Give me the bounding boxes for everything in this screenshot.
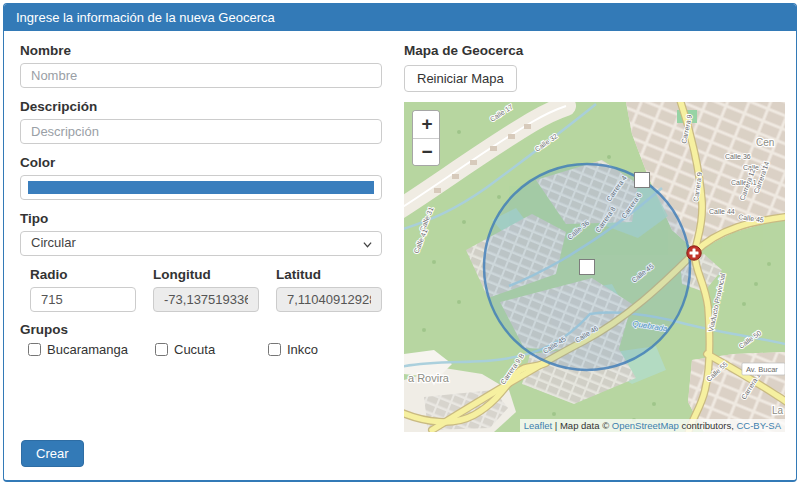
red-cross-marker-icon [687,246,701,260]
nombre-label: Nombre [20,43,382,58]
latitud-label: Latitud [276,267,382,282]
map-canvas[interactable]: Calle 17 Calle 31 Calle 41 Calle 32 Call… [404,102,785,432]
tipo-selected-value: Circular [31,235,76,250]
grupo-cucuta-label: Cucuta [174,342,215,357]
color-picker-input[interactable] [20,175,382,200]
map-title: Mapa de Geocerca [404,43,785,58]
crear-button[interactable]: Crear [21,440,84,467]
osm-link[interactable]: OpenStreetMap [612,420,679,431]
zoom-in-button[interactable]: + [413,111,440,138]
geofence-form-panel: Ingrese la información de la nueva Geoce… [3,3,797,482]
tipo-select[interactable]: Circular [20,231,382,256]
color-swatch [28,181,374,194]
chevron-down-icon [363,240,372,249]
place-label: Cen [756,137,774,148]
panel-title: Ingrese la información de la nueva Geoce… [4,4,796,31]
latitud-input [276,287,382,312]
grupo-inkco[interactable]: Inkco [268,342,318,357]
circle-params-row: Radio Longitud Latitud [30,267,382,312]
reset-map-button[interactable]: Reiniciar Mapa [404,65,517,92]
license-link[interactable]: CC-BY-SA [736,420,781,431]
radio-input[interactable] [30,287,136,312]
longitud-input [153,287,259,312]
map-zoom-control: + − [412,110,440,166]
street-label: Calle 36 [725,153,751,160]
radio-label: Radio [30,267,136,282]
attribution-text: | Map data © [552,420,612,431]
color-label: Color [20,155,382,170]
leaflet-link[interactable]: Leaflet [524,420,553,431]
map-tiles: Calle 17 Calle 31 Calle 41 Calle 32 Call… [404,102,785,432]
descripcion-input[interactable] [20,119,382,144]
map-column: Mapa de Geocerca Reiniciar Mapa [404,43,785,432]
geofence-center-handle[interactable] [580,260,595,275]
grupo-cucuta[interactable]: Cucuta [155,342,268,357]
descripcion-label: Descripción [20,99,382,114]
place-label: La [772,405,784,416]
grupos-checkbox-row: Bucaramanga Cucuta Inkco [28,342,382,357]
geofence-resize-handle[interactable] [635,173,650,188]
grupo-bucaramanga-label: Bucaramanga [47,342,128,357]
tipo-label: Tipo [20,211,382,226]
zoom-out-button[interactable]: − [413,138,440,165]
grupo-bucaramanga-checkbox[interactable] [28,343,41,356]
street-label: Av. Bucar [746,365,778,374]
panel-body: Nombre Descripción Color Tipo Circular [4,31,796,444]
attribution-text: contributors, [679,420,737,431]
nombre-input[interactable] [20,63,382,88]
street-label: Calle 44 [709,208,735,215]
grupo-bucaramanga[interactable]: Bucaramanga [28,342,155,357]
form-column: Nombre Descripción Color Tipo Circular [20,43,382,432]
grupo-inkco-checkbox[interactable] [268,343,281,356]
grupo-cucuta-checkbox[interactable] [155,343,168,356]
place-label: a Rovira [408,372,450,384]
longitud-label: Longitud [153,267,259,282]
grupo-inkco-label: Inkco [287,342,318,357]
map-attribution: Leaflet | Map data © OpenStreetMap contr… [520,419,785,432]
grupos-label: Grupos [20,322,382,337]
